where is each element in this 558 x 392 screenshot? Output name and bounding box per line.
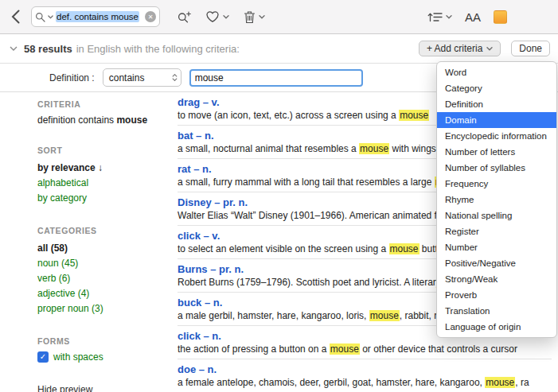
trash-icon: [244, 10, 256, 24]
send-to-list-icon: [427, 11, 443, 23]
definition-text: , ra: [515, 377, 529, 388]
definition-text: Robert Burns (1759–1796). Scottish poet …: [178, 277, 441, 288]
delete-control[interactable]: [244, 10, 265, 24]
menu-item-definition[interactable]: Definition: [437, 96, 556, 112]
criteria-summary-term: mouse: [116, 114, 147, 126]
hide-preview-link[interactable]: Hide preview: [37, 384, 167, 392]
favorites-control[interactable]: [205, 10, 229, 23]
menu-item-strong-weak[interactable]: Strong/Weak: [437, 271, 556, 287]
heart-icon: [205, 10, 220, 23]
search-field[interactable]: def. contains mouse ✕: [31, 6, 160, 27]
chevron-down-icon: [10, 46, 18, 51]
menu-item-number[interactable]: Number: [437, 239, 556, 255]
chevron-left-icon: [11, 10, 20, 24]
definition-text: a small, furry mammal with a long tail t…: [178, 177, 435, 188]
checkmark-icon: ✓: [40, 353, 46, 361]
toolbar: def. contains mouse ✕ AA: [0, 0, 558, 34]
criteria-summary: definition contains mouse: [37, 114, 167, 126]
definition-text: a male gerbil, hamster, hare, kangaroo, …: [178, 310, 369, 321]
with-spaces-checkbox[interactable]: ✓: [37, 351, 49, 363]
search-icon: [35, 12, 45, 22]
menu-item-language-of-origin[interactable]: Language of origin: [437, 319, 556, 335]
menu-item-domain[interactable]: Domain: [437, 112, 556, 128]
definition-text: the action of pressing a button on a: [178, 343, 330, 355]
add-criteria-button[interactable]: + Add criteria: [419, 41, 501, 56]
menu-item-category[interactable]: Category: [437, 80, 556, 96]
result-definition: the action of pressing a button on a mou…: [178, 343, 552, 355]
chevron-down-icon[interactable]: [223, 15, 229, 19]
results-bar-buttons: + Add criteria Done: [419, 41, 550, 56]
send-to-list-control[interactable]: [427, 11, 452, 23]
clear-icon: ✕: [148, 14, 154, 21]
category-option-3[interactable]: adjective (4): [37, 286, 167, 301]
category-option-2[interactable]: verb (6): [37, 271, 167, 286]
results-description: in English with the following criteria:: [76, 43, 240, 55]
sort-option-2[interactable]: by category: [37, 191, 167, 206]
category-option-0[interactable]: all (58): [37, 241, 167, 256]
forms-header: FORMS: [37, 336, 167, 346]
definition-text: Walter Elias “Walt” Disney (1901–1966). …: [178, 210, 449, 221]
menu-item-number-of-letters[interactable]: Number of letters: [437, 144, 556, 160]
match-highlight: mouse: [485, 377, 515, 388]
dictionary-window: def. contains mouse ✕ AA 58 results: [0, 0, 558, 392]
collapse-criteria-chevron[interactable]: [10, 46, 18, 51]
menu-item-proverb[interactable]: Proverb: [437, 287, 556, 303]
menu-item-translation[interactable]: Translation: [437, 303, 556, 319]
sidebar: CRITERIA definition contains mouse SORT …: [0, 92, 167, 392]
chevron-down-icon[interactable]: [446, 15, 452, 19]
new-search-button[interactable]: [178, 11, 191, 23]
new-search-icon: [178, 11, 191, 23]
search-input-value[interactable]: def. contains mouse: [56, 11, 139, 22]
toolbar-right-group: AA: [427, 10, 507, 24]
results-count: 58 results: [24, 43, 72, 55]
menu-item-rhyme[interactable]: Rhyme: [437, 192, 556, 208]
menu-item-encyclopedic-information[interactable]: Encyclopedic information: [437, 128, 556, 144]
criteria-summary-text: definition contains: [37, 114, 114, 126]
with-spaces-row[interactable]: ✓ with spaces: [37, 351, 167, 363]
sort-option-1[interactable]: alphabetical: [37, 176, 167, 191]
result-row[interactable]: doe – n.a female antelope, chamois, deer…: [178, 359, 552, 392]
menu-item-number-of-syllables[interactable]: Number of syllables: [437, 160, 556, 176]
match-highlight: mouse: [389, 243, 419, 254]
operator-popup[interactable]: contains: [103, 68, 181, 87]
match-highlight: mouse: [369, 310, 400, 321]
results-header-bar: 58 results in English with the following…: [0, 34, 558, 64]
result-headword: doe – n.: [178, 363, 552, 375]
match-highlight: mouse: [330, 343, 360, 355]
sort-option-0[interactable]: by relevance ↓: [37, 161, 167, 176]
categories-list: all (58)noun (45)verb (6)adjective (4)pr…: [37, 241, 167, 316]
search-scope-chevron-icon[interactable]: [48, 15, 53, 19]
chevron-down-icon: [486, 47, 493, 51]
sort-header: SORT: [37, 146, 167, 155]
add-criteria-menu: WordCategoryDefinitionDomainEncyclopedic…: [436, 61, 557, 338]
with-spaces-label: with spaces: [53, 351, 103, 363]
category-option-1[interactable]: noun (45): [37, 256, 167, 271]
match-highlight: mouse: [359, 143, 389, 154]
match-highlight: mouse: [399, 110, 429, 121]
criteria-field-label: Definition :: [49, 72, 95, 83]
popup-stepper-icon: [172, 74, 178, 81]
menu-item-national-spelling[interactable]: National spelling: [437, 208, 556, 223]
menu-item-word[interactable]: Word: [437, 64, 556, 80]
category-option-4[interactable]: proper noun (3): [37, 301, 167, 316]
menu-item-register[interactable]: Register: [437, 223, 556, 239]
definition-text: a female antelope, chamois, deer, gerbil…: [178, 377, 485, 388]
sort-list: by relevance ↓alphabeticalby category: [37, 161, 167, 206]
result-definition: a female antelope, chamois, deer, gerbil…: [178, 377, 552, 389]
chevron-down-icon[interactable]: [259, 15, 265, 19]
back-button[interactable]: [11, 10, 20, 24]
menu-item-positive-negative[interactable]: Positive/Negative: [437, 255, 556, 271]
categories-header: CATEGORIES: [37, 226, 167, 235]
text-size-button[interactable]: AA: [465, 10, 481, 24]
criteria-term-input[interactable]: [189, 69, 363, 87]
add-criteria-label: + Add criteria: [427, 43, 482, 54]
clear-search-button[interactable]: ✕: [145, 11, 156, 22]
definition-text: or other device that controls a cursor: [360, 343, 517, 355]
criteria-header: CRITERIA: [37, 99, 167, 109]
menu-item-frequency[interactable]: Frequency: [437, 176, 556, 192]
definition-text: a small, nocturnal animal that resembles…: [178, 143, 359, 154]
operator-value: contains: [109, 72, 145, 83]
done-button[interactable]: Done: [511, 41, 550, 56]
definition-text: to select an element visible on the scre…: [178, 243, 389, 254]
documents-icon[interactable]: [494, 10, 507, 24]
